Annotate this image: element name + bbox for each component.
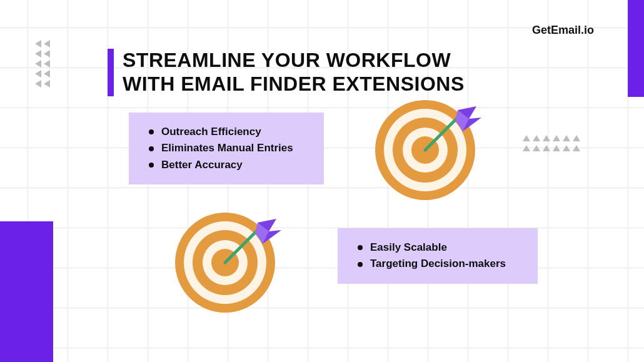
svg-marker-15 <box>573 135 580 141</box>
svg-marker-9 <box>44 80 50 88</box>
svg-marker-13 <box>553 135 560 141</box>
svg-marker-8 <box>35 80 41 88</box>
svg-marker-12 <box>543 135 550 141</box>
benefits-card-bottom: Easily Scalable Targeting Decision-maker… <box>338 228 538 284</box>
svg-marker-21 <box>573 145 580 151</box>
svg-marker-11 <box>533 135 540 141</box>
heading-accent-bar <box>108 49 114 96</box>
svg-marker-4 <box>35 60 41 68</box>
benefits-card-top: Outreach Efficiency Eliminates Manual En… <box>129 113 324 184</box>
heading-line-2: WITH EMAIL FINDER EXTENSIONS <box>123 73 465 95</box>
accent-block-left <box>0 221 53 362</box>
heading-line-1: STREAMLINE YOUR WORKFLOW <box>123 49 451 71</box>
brand-label: GetEmail.io <box>532 24 594 37</box>
svg-marker-16 <box>523 145 530 151</box>
svg-marker-7 <box>44 70 50 78</box>
svg-marker-14 <box>563 135 570 141</box>
svg-marker-10 <box>523 135 530 141</box>
svg-marker-6 <box>35 70 41 78</box>
heading-text: STREAMLINE YOUR WORKFLOW WITH EMAIL FIND… <box>123 49 465 96</box>
svg-marker-20 <box>563 145 570 151</box>
svg-marker-2 <box>35 50 41 58</box>
target-dart-icon <box>175 213 275 313</box>
svg-marker-17 <box>533 145 540 151</box>
triangle-cluster-right-icon <box>523 135 598 159</box>
svg-marker-18 <box>543 145 550 151</box>
list-item: Targeting Decision-makers <box>358 256 520 272</box>
list-item: Better Accuracy <box>149 157 306 173</box>
list-item: Easily Scalable <box>358 239 520 256</box>
page-heading: STREAMLINE YOUR WORKFLOW WITH EMAIL FIND… <box>108 49 465 96</box>
svg-marker-1 <box>44 40 50 48</box>
svg-marker-0 <box>35 40 41 48</box>
list-item: Outreach Efficiency <box>149 124 306 140</box>
svg-marker-5 <box>44 60 50 68</box>
svg-marker-3 <box>44 50 50 58</box>
target-dart-icon <box>375 100 475 200</box>
triangle-cluster-left-icon <box>35 39 73 91</box>
list-item: Eliminates Manual Entries <box>149 140 306 156</box>
accent-bar-right <box>628 0 644 97</box>
svg-marker-19 <box>553 145 560 151</box>
